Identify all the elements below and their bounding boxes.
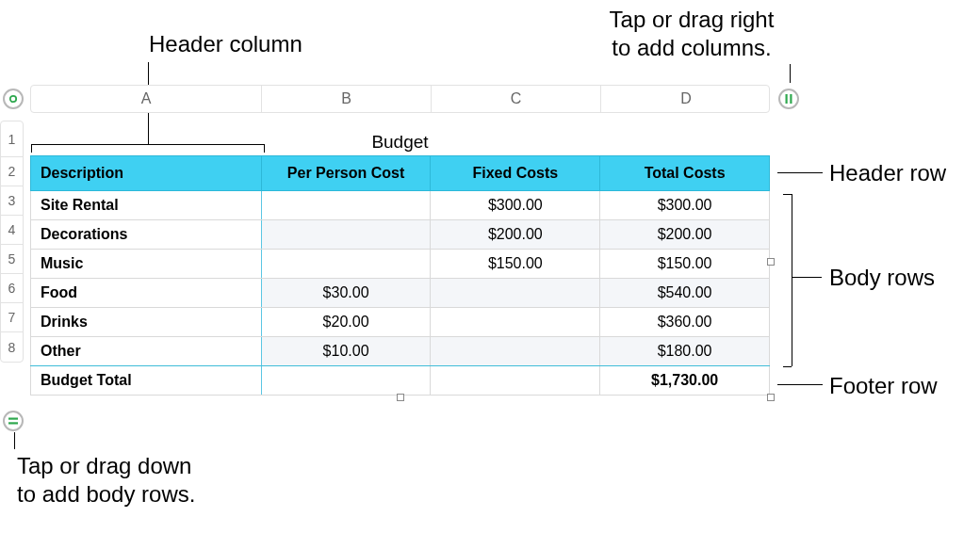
table-title[interactable]: Budget <box>30 132 770 153</box>
table-row[interactable]: Other $10.00 $180.00 <box>31 337 770 366</box>
header-cell-per-person[interactable]: Per Person Cost <box>261 156 431 191</box>
svg-point-0 <box>10 96 16 102</box>
column-header[interactable]: C <box>432 86 601 112</box>
callout-text-line2: to add body rows. <box>17 481 195 507</box>
table-corner-handle[interactable] <box>3 89 24 109</box>
table-row[interactable]: Drinks $20.00 $360.00 <box>31 308 770 337</box>
cell-per-person[interactable] <box>261 220 431 250</box>
column-header[interactable]: D <box>601 86 771 112</box>
cell-per-person[interactable] <box>261 191 431 220</box>
header-cell-description[interactable]: Description <box>31 156 262 191</box>
callout-text-line1: Tap or drag down <box>17 453 191 478</box>
cell-total[interactable]: $360.00 <box>600 308 770 337</box>
cell-fixed[interactable] <box>431 308 600 337</box>
table-row[interactable]: Food $30.00 $540.00 <box>31 279 770 308</box>
cell-footer-description[interactable]: Budget Total <box>31 366 262 396</box>
cell-fixed[interactable]: $200.00 <box>431 220 600 250</box>
callout-bracket-tick <box>783 366 792 367</box>
cell-per-person[interactable]: $20.00 <box>261 308 431 337</box>
add-rows-handle[interactable] <box>3 411 24 431</box>
cell-fixed[interactable] <box>431 279 600 308</box>
column-header-bar[interactable]: A B C D <box>30 85 770 113</box>
header-cell-total[interactable]: Total Costs <box>600 156 770 191</box>
cell-description[interactable]: Decorations <box>31 220 262 250</box>
cell-total[interactable]: $200.00 <box>600 220 770 250</box>
svg-rect-4 <box>8 422 18 424</box>
svg-rect-2 <box>790 94 792 104</box>
cell-per-person[interactable] <box>261 250 431 279</box>
row-header[interactable]: 2 <box>1 157 23 186</box>
cell-description[interactable]: Other <box>31 337 262 366</box>
header-row[interactable]: Description Per Person Cost Fixed Costs … <box>31 156 770 191</box>
cell-description[interactable]: Food <box>31 279 262 308</box>
row-header[interactable]: 1 <box>1 121 23 157</box>
row-header-bar[interactable]: 1 2 3 4 5 6 7 8 <box>0 121 24 363</box>
row-header[interactable]: 8 <box>1 332 23 362</box>
cell-total[interactable]: $150.00 <box>600 250 770 279</box>
callout-leader <box>777 172 823 173</box>
selection-handle[interactable] <box>767 258 775 266</box>
callout-text-line2: to add columns. <box>612 35 771 60</box>
cell-total[interactable]: $540.00 <box>600 279 770 308</box>
callout-header-row: Header row <box>829 159 946 187</box>
callout-bracket-tick <box>783 194 792 195</box>
table-row[interactable]: Music $150.00 $150.00 <box>31 250 770 279</box>
callout-leader <box>792 277 822 278</box>
callout-text-line1: Tap or drag right <box>610 7 775 32</box>
callout-leader <box>790 64 791 83</box>
cell-fixed[interactable] <box>431 337 600 366</box>
budget-table[interactable]: Description Per Person Cost Fixed Costs … <box>30 155 770 396</box>
row-header[interactable]: 6 <box>1 274 23 303</box>
row-header[interactable]: 7 <box>1 303 23 332</box>
cell-fixed[interactable]: $150.00 <box>431 250 600 279</box>
callout-body-rows: Body rows <box>829 264 935 292</box>
row-header[interactable]: 5 <box>1 245 23 274</box>
callout-bracket <box>792 194 792 366</box>
column-header[interactable]: A <box>31 86 262 112</box>
cell-per-person[interactable]: $10.00 <box>261 337 431 366</box>
cell-fixed[interactable]: $300.00 <box>431 191 600 220</box>
callout-leader <box>777 384 823 385</box>
table-row[interactable]: Decorations $200.00 $200.00 <box>31 220 770 250</box>
cell-per-person[interactable]: $30.00 <box>261 279 431 308</box>
row-header[interactable]: 4 <box>1 216 23 245</box>
cell-description[interactable]: Drinks <box>31 308 262 337</box>
row-header[interactable]: 3 <box>1 186 23 216</box>
header-cell-fixed[interactable]: Fixed Costs <box>431 156 600 191</box>
cell-footer-per[interactable] <box>261 366 431 396</box>
add-columns-handle[interactable] <box>778 89 799 109</box>
cell-description[interactable]: Music <box>31 250 262 279</box>
svg-rect-1 <box>786 94 788 104</box>
table-row[interactable]: Site Rental $300.00 $300.00 <box>31 191 770 220</box>
callout-header-column: Header column <box>149 30 302 58</box>
selection-handle[interactable] <box>767 394 775 401</box>
svg-rect-3 <box>8 418 18 420</box>
footer-row[interactable]: Budget Total $1,730.00 <box>31 366 770 396</box>
cell-total[interactable]: $300.00 <box>600 191 770 220</box>
callout-leader <box>14 432 15 449</box>
cell-footer-fixed[interactable] <box>431 366 600 396</box>
cell-description[interactable]: Site Rental <box>31 191 262 220</box>
column-header[interactable]: B <box>262 86 432 112</box>
cell-footer-total[interactable]: $1,730.00 <box>600 366 770 396</box>
callout-footer-row: Footer row <box>829 372 938 400</box>
selection-handle[interactable] <box>397 394 404 401</box>
cell-total[interactable]: $180.00 <box>600 337 770 366</box>
callout-add-columns: Tap or drag right to add columns. <box>579 6 805 62</box>
callout-add-rows: Tap or drag down to add body rows. <box>17 452 195 509</box>
